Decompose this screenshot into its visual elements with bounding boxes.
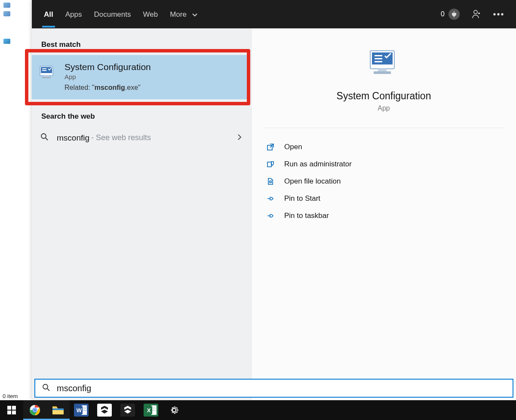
msconfig-icon	[39, 64, 56, 81]
best-match-related: Related: "msconfig.exe"	[64, 84, 151, 92]
tab-web[interactable]: Web	[143, 2, 158, 27]
rewards-icon[interactable]	[448, 8, 460, 20]
mini-network-icon	[3, 39, 10, 44]
action-pin-to-start[interactable]: Pin to Start	[264, 190, 504, 207]
action-run-as-admin[interactable]: Run as administrator	[264, 156, 504, 173]
search-preview-pane: System Configuration App Open	[251, 28, 516, 400]
best-match-title: System Configuration	[64, 62, 151, 72]
web-result-row[interactable]: msconfig - See web results	[32, 127, 251, 149]
desktop-root: 0 item All Apps Documents Web More 0	[0, 0, 516, 420]
action-label: Open	[284, 143, 302, 151]
account-icon[interactable]	[470, 8, 482, 20]
svg-rect-18	[270, 181, 271, 183]
search-results-column: Best match	[32, 28, 251, 400]
svg-rect-23	[7, 411, 11, 414]
explorer-status-items: 0 item	[3, 393, 18, 399]
svg-rect-3	[42, 68, 46, 69]
preview-actions: Open Run as administrator Open file loca…	[252, 136, 516, 227]
search-scope-bar: All Apps Documents Web More 0	[32, 0, 516, 28]
svg-rect-33	[82, 408, 86, 409]
rewards-count: 0	[441, 10, 445, 18]
action-label: Run as administrator	[284, 160, 352, 169]
svg-rect-11	[375, 55, 382, 56]
svg-rect-32	[82, 407, 86, 408]
svg-rect-14	[378, 69, 387, 71]
search-scope-tabs: All Apps Documents Web More	[32, 0, 197, 28]
preview-app-icon	[367, 46, 401, 81]
action-label: Pin to taskbar	[284, 212, 329, 220]
svg-rect-22	[12, 406, 16, 410]
search-icon	[40, 133, 49, 143]
taskbar-settings[interactable]	[163, 400, 186, 420]
best-match-card: System Configuration App Related: "mscon…	[32, 55, 251, 99]
svg-rect-13	[375, 61, 382, 62]
svg-rect-30	[52, 408, 64, 410]
preview-title: System Configuration	[337, 90, 431, 102]
action-open-file-location[interactable]: Open file location	[264, 173, 504, 190]
action-pin-to-taskbar[interactable]: Pin to taskbar	[264, 207, 504, 224]
action-label: Open file location	[284, 177, 341, 186]
svg-rect-24	[12, 411, 16, 414]
chevron-down-icon	[192, 10, 197, 19]
taskbar-unity-dark[interactable]	[116, 400, 139, 420]
svg-rect-38	[152, 407, 156, 408]
web-result-query: msconfig	[57, 133, 89, 143]
tab-documents[interactable]: Documents	[94, 2, 131, 27]
shield-icon	[266, 160, 275, 169]
pin-icon	[266, 212, 275, 220]
taskbar-file-explorer[interactable]	[46, 400, 70, 420]
tab-more[interactable]: More	[170, 2, 197, 27]
tab-apps[interactable]: Apps	[65, 2, 82, 27]
svg-rect-39	[152, 408, 156, 409]
svg-line-20	[47, 389, 49, 391]
taskbar-excel[interactable]: X	[139, 400, 163, 420]
tab-more-label: More	[170, 10, 187, 18]
more-options-icon[interactable]: •••	[493, 8, 505, 20]
best-match-subtitle: App	[64, 73, 151, 80]
windows-search-panel: All Apps Documents Web More 0	[32, 0, 516, 400]
search-input[interactable]	[57, 383, 506, 393]
tab-all[interactable]: All	[44, 2, 53, 27]
best-match-header: Best match	[32, 38, 251, 55]
svg-rect-34	[82, 410, 86, 411]
action-open[interactable]: Open	[264, 138, 504, 156]
preview-header: System Configuration App	[252, 28, 516, 112]
svg-line-8	[46, 138, 48, 140]
search-icon	[42, 383, 50, 393]
search-input-row	[32, 376, 516, 400]
svg-rect-40	[152, 410, 156, 411]
svg-rect-12	[375, 58, 382, 59]
background-explorer-edge	[0, 0, 32, 400]
taskbar-chrome[interactable]	[23, 400, 46, 420]
chevron-right-icon	[237, 133, 242, 143]
svg-point-0	[474, 10, 477, 14]
taskbar: W X	[0, 400, 516, 420]
search-box[interactable]	[34, 379, 513, 398]
mini-drive-icon	[3, 11, 10, 16]
svg-rect-15	[374, 71, 391, 74]
svg-point-7	[41, 134, 46, 138]
svg-rect-17	[267, 162, 271, 167]
best-match-result[interactable]: System Configuration App Related: "mscon…	[32, 55, 249, 99]
folder-icon	[266, 177, 275, 186]
search-the-web-header: Search the web	[32, 110, 251, 127]
svg-point-19	[43, 384, 48, 389]
taskbar-word[interactable]: W	[70, 400, 93, 420]
svg-point-29	[34, 409, 36, 411]
search-panel-body: Best match	[32, 28, 516, 400]
web-result-hint: - See web results	[91, 133, 151, 142]
search-panel-top-icons: 0 •••	[441, 0, 516, 28]
svg-rect-4	[42, 70, 46, 71]
svg-text:W: W	[77, 407, 82, 414]
pin-icon	[266, 194, 275, 203]
taskbar-unity-white[interactable]	[93, 400, 116, 420]
preview-subtitle: App	[378, 104, 390, 112]
svg-text:X: X	[147, 407, 151, 414]
best-match-text: System Configuration App Related: "mscon…	[64, 62, 151, 92]
svg-rect-21	[7, 406, 11, 410]
start-button[interactable]	[0, 400, 23, 420]
mini-drive-icon	[3, 3, 10, 8]
action-label: Pin to Start	[284, 194, 320, 203]
preview-divider	[264, 128, 504, 128]
open-icon	[266, 143, 275, 151]
